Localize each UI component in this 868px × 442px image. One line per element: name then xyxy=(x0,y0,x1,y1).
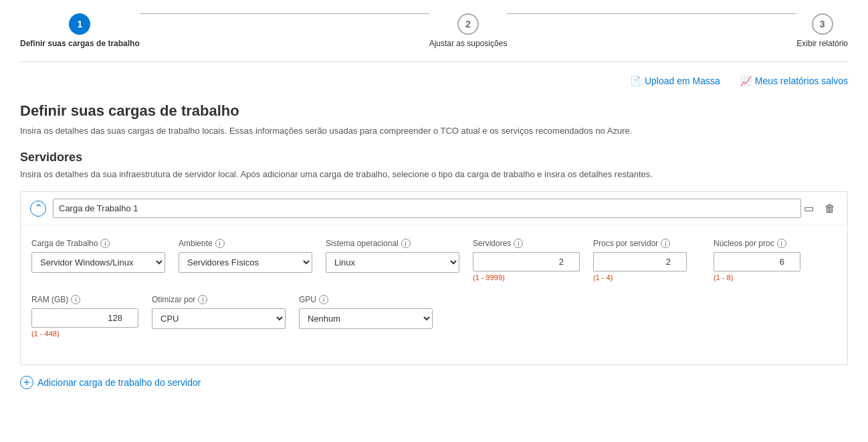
workload-action-buttons: ▭ 🗑 xyxy=(801,199,838,217)
servidores-input[interactable] xyxy=(473,252,580,271)
upload-icon: 📄 xyxy=(630,76,641,86)
workload-header: ⌃ ▭ 🗑 xyxy=(21,192,847,225)
otimizar-por-select[interactable]: CPU RAM GPU xyxy=(152,308,286,329)
servidores-range-hint: (1 - 9999) xyxy=(473,273,580,282)
step-1-circle: 1 xyxy=(69,13,90,35)
duplicate-button[interactable]: ▭ xyxy=(801,199,817,217)
delete-button[interactable]: 🗑 xyxy=(822,199,838,217)
stepper: 1 Definir suas cargas de trabalho 2 Ajus… xyxy=(20,13,848,62)
meus-relatorios-link[interactable]: 📈 Meus relatórios salvos xyxy=(740,76,848,86)
otimizar-info-icon[interactable]: i xyxy=(198,295,207,304)
action-bar: 📄 Upload em Massa 📈 Meus relatórios salv… xyxy=(20,76,848,86)
add-workload-button[interactable]: + Adicionar carga de trabalho do servido… xyxy=(20,376,201,389)
carga-de-trabalho-select[interactable]: Servidor Windows/Linux xyxy=(31,252,165,273)
step-line-2 xyxy=(507,13,796,14)
upload-em-massa-link[interactable]: 📄 Upload em Massa xyxy=(630,76,720,86)
servers-section-title: Servidores xyxy=(20,150,848,164)
trash-icon: 🗑 xyxy=(825,203,835,214)
main-title: Definir suas cargas de trabalho xyxy=(20,102,848,120)
sistema-operacional-label: Sistema operacional i xyxy=(326,239,459,248)
nucleos-info-icon[interactable]: i xyxy=(777,239,786,248)
ambiente-info-icon[interactable]: i xyxy=(215,239,225,248)
ambiente-select[interactable]: Servidores Físicos Máquinas Virtuais xyxy=(179,252,312,273)
form-row-2: RAM (GB) i (1 - 448) Otimizar por i CPU xyxy=(31,295,837,338)
workload-body: Carga de Trabalho i Servidor Windows/Lin… xyxy=(21,225,847,364)
procs-por-servidor-input[interactable] xyxy=(593,252,687,271)
sistema-operacional-select[interactable]: Linux Windows xyxy=(326,252,459,273)
step-3-circle: 3 xyxy=(812,13,833,35)
workload-title-input[interactable] xyxy=(53,199,801,218)
copy-icon: ▭ xyxy=(804,203,814,214)
nucleos-por-proc-group: Núcleos por proc i (1 - 8) xyxy=(714,239,821,282)
step-3-label: Exibir relatório xyxy=(796,39,848,48)
ram-gb-label: RAM (GB) i xyxy=(31,295,138,304)
sistema-operacional-group: Sistema operacional i Linux Windows xyxy=(326,239,459,282)
step-1-label: Definir suas cargas de trabalho xyxy=(20,39,140,48)
servidores-label: Servidores i xyxy=(473,239,580,248)
add-circle-icon: + xyxy=(20,376,33,389)
ambiente-label: Ambiente i xyxy=(179,239,312,248)
nucleos-por-proc-label: Núcleos por proc i xyxy=(714,239,821,248)
nucleos-por-proc-input[interactable] xyxy=(714,252,800,271)
nucleos-range-hint: (1 - 8) xyxy=(714,273,821,282)
gpu-group: GPU i Nenhum xyxy=(299,295,433,338)
procs-info-icon[interactable]: i xyxy=(661,239,670,248)
gpu-select[interactable]: Nenhum xyxy=(299,308,433,329)
ambiente-group: Ambiente i Servidores Físicos Máquinas V… xyxy=(179,239,312,282)
otimizar-por-label: Otimizar por i xyxy=(152,295,286,304)
ram-gb-input[interactable] xyxy=(31,308,138,328)
step-line-1 xyxy=(140,13,429,14)
servers-section-description: Insira os detalhes da sua infraestrutura… xyxy=(20,169,848,181)
carga-de-trabalho-label: Carga de Trabalho i xyxy=(31,239,165,248)
carga-info-icon[interactable]: i xyxy=(100,239,110,248)
gpu-label: GPU i xyxy=(299,295,433,304)
ram-range-hint: (1 - 448) xyxy=(31,330,138,338)
workload-card: ⌃ ▭ 🗑 Carga de Trabalho i xyxy=(20,191,848,365)
procs-por-servidor-label: Procs por servidor i xyxy=(593,239,700,248)
ram-gb-group: RAM (GB) i (1 - 448) xyxy=(31,295,138,338)
so-info-icon[interactable]: i xyxy=(401,239,411,248)
step-2-label: Ajustar as suposições xyxy=(429,39,508,48)
procs-por-servidor-group: Procs por servidor i (1 - 4) xyxy=(593,239,700,282)
chart-icon: 📈 xyxy=(740,76,752,86)
carga-de-trabalho-group: Carga de Trabalho i Servidor Windows/Lin… xyxy=(31,239,165,282)
collapse-button[interactable]: ⌃ xyxy=(30,201,46,217)
main-description: Insira os detalhes das suas cargas de tr… xyxy=(20,125,848,137)
gpu-info-icon[interactable]: i xyxy=(319,295,328,304)
servidores-group: Servidores i (1 - 9999) xyxy=(473,239,580,282)
form-row-1: Carga de Trabalho i Servidor Windows/Lin… xyxy=(31,239,837,282)
ram-info-icon[interactable]: i xyxy=(71,295,80,304)
servidores-info-icon[interactable]: i xyxy=(514,239,523,248)
chevron-up-icon: ⌃ xyxy=(34,202,43,215)
procs-range-hint: (1 - 4) xyxy=(593,273,700,282)
otimizar-por-group: Otimizar por i CPU RAM GPU xyxy=(152,295,286,338)
step-2-circle: 2 xyxy=(457,13,479,35)
